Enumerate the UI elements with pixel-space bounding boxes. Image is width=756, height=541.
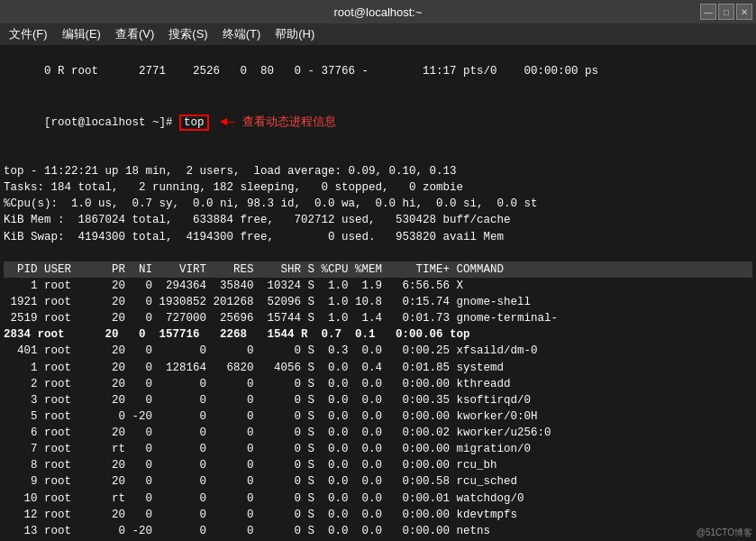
ps-output-line: 0 R root 2771 2526 0 80 0 - 37766 - 11:1… [4,47,752,96]
table-row: 13 root 0 -20 0 0 0 S 0.0 0.0 0:00.00 ne… [4,523,752,539]
prompt: [root@localhost ~]# [44,116,179,129]
table-row: 1 root 20 0 294364 35840 10324 S 1.0 1.9… [4,278,752,294]
watermark: @51CTO博客 [697,527,752,539]
window-controls: — □ ✕ [700,4,752,20]
top-command: top [184,116,205,129]
top-header-5: KiB Swap: 4194300 total, 4194300 free, 0… [4,229,752,245]
table-row: 401 root 20 0 0 0 0 S 0.3 0.0 0:00.25 xf… [4,343,752,359]
table-row: 10 root rt 0 0 0 0 S 0.0 0.0 0:00.01 wat… [4,491,752,507]
top-header-1: top - 11:22:21 up 18 min, 2 users, load … [4,163,752,179]
top-header-3: %Cpu(s): 1.0 us, 0.7 sy, 0.0 ni, 98.3 id… [4,196,752,212]
table-row: 6 root 20 0 0 0 0 S 0.0 0.0 0:00.02 kwor… [4,425,752,441]
menu-view[interactable]: 查看(V) [110,25,159,43]
table-row: 7 root rt 0 0 0 0 S 0.0 0.0 0:00.00 migr… [4,441,752,457]
annotation-text: 查看动态进程信息 [242,115,336,128]
table-row: 1921 root 20 0 1930852 201268 52096 S 1.… [4,294,752,310]
top-command-box: top [179,115,209,131]
table-row: 5 root 0 -20 0 0 0 S 0.0 0.0 0:00.00 kwo… [4,408,752,425]
menu-edit[interactable]: 编辑(E) [57,25,106,43]
table-row: 8 root 20 0 0 0 0 S 0.0 0.0 0:00.00 rcu_… [4,457,752,473]
table-row: 1 root 20 0 128164 6820 4056 S 0.0 0.4 0… [4,360,752,376]
command-line: [root@localhost ~]# top ◄— 查看动态进程信息 [4,96,752,147]
table-row: 2519 root 20 0 727000 25696 15744 S 1.0 … [4,310,752,326]
menu-help[interactable]: 帮助(H) [269,25,320,43]
window-title: root@localhost:~ [333,5,422,19]
table-row: 2 root 20 0 0 0 0 S 0.0 0.0 0:00.00 kthr… [4,376,752,392]
terminal-content[interactable]: 0 R root 2771 2526 0 80 0 - 37766 - 11:1… [0,45,756,541]
arrow: ◄— [213,115,243,129]
table-row: 3 root 20 0 0 0 0 S 0.0 0.0 0:00.35 ksof… [4,392,752,408]
table-row-bold: 2834 root 20 0 157716 2268 1544 R 0.7 0.… [4,326,752,343]
menu-terminal[interactable]: 终端(T) [217,25,267,43]
minimize-button[interactable]: — [700,4,716,20]
table-row: 12 root 20 0 0 0 0 S 0.0 0.0 0:00.00 kde… [4,507,752,523]
titlebar: root@localhost:~ — □ ✕ [0,0,756,23]
blank-line [4,147,752,163]
terminal-window: root@localhost:~ — □ ✕ 文件(F) 编辑(E) 查看(V)… [0,0,756,541]
menubar: 文件(F) 编辑(E) 查看(V) 搜索(S) 终端(T) 帮助(H) [0,23,756,45]
blank-line-2 [4,245,752,261]
top-header-4: KiB Mem : 1867024 total, 633884 free, 70… [4,212,752,228]
top-header-2: Tasks: 184 total, 2 running, 182 sleepin… [4,179,752,196]
menu-file[interactable]: 文件(F) [4,25,53,43]
close-button[interactable]: ✕ [736,4,752,20]
menu-search[interactable]: 搜索(S) [163,25,213,43]
maximize-button[interactable]: □ [718,4,734,20]
table-row: 9 root 20 0 0 0 0 S 0.0 0.0 0:00.58 rcu_… [4,473,752,490]
table-header: PID USER PR NI VIRT RES SHR S %CPU %MEM … [4,261,752,278]
